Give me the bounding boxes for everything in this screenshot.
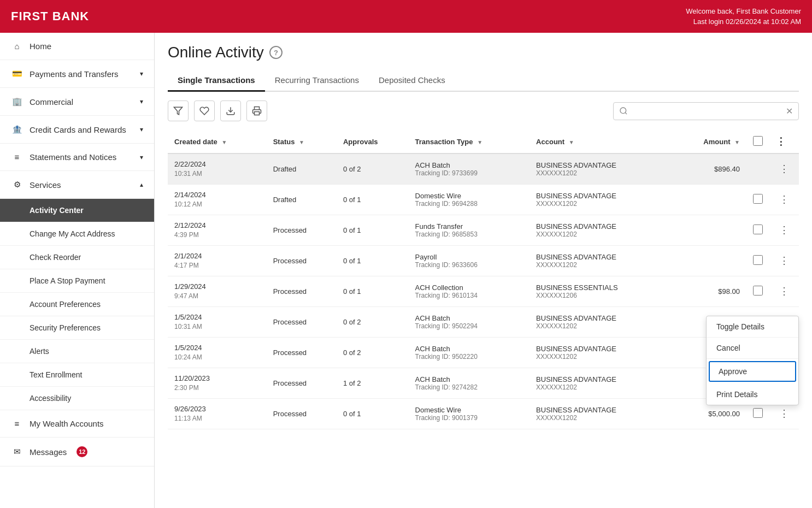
- cell-status-8: Processed: [267, 368, 337, 398]
- cell-checkbox-4[interactable]: [746, 245, 769, 276]
- row-checkbox-5[interactable]: [753, 286, 763, 296]
- svg-marker-0: [174, 107, 183, 115]
- cell-type-9: Domestic Wire Tracking ID: 9001379: [409, 398, 530, 429]
- col-header-created-date[interactable]: Created date ▼: [168, 130, 267, 153]
- filter-button[interactable]: [168, 101, 189, 121]
- cell-checkbox-5[interactable]: [746, 276, 769, 306]
- col-header-checkbox[interactable]: [746, 130, 769, 153]
- credit-card-icon: 🏦: [11, 125, 23, 134]
- cell-date-8: 11/20/2023 2:30 PM: [168, 368, 267, 398]
- table-row: 2/22/2024 10:31 AM Drafted 0 of 2 ACH Ba…: [168, 153, 799, 184]
- sort-arrow-date: ▼: [221, 139, 227, 145]
- col-header-status[interactable]: Status ▼: [267, 130, 337, 153]
- cell-account-7: BUSINESS ADVANTAGE XXXXXX1202: [529, 337, 672, 368]
- row-checkbox-2[interactable]: [753, 194, 763, 204]
- chevron-down-icon: ▾: [140, 70, 143, 78]
- sidebar-item-statements[interactable]: ≡ Statements and Notices ▾: [0, 144, 154, 171]
- sidebar-item-alerts[interactable]: Alerts: [0, 340, 154, 363]
- cell-checkbox-3[interactable]: [746, 215, 769, 245]
- sidebar: ⌂ Home 💳 Payments and Transfers ▾ 🏢 Comm…: [0, 33, 155, 508]
- sidebar-item-wealth[interactable]: ≡ My Wealth Accounts: [0, 410, 154, 438]
- cell-checkbox-1[interactable]: [746, 153, 769, 184]
- help-icon[interactable]: ?: [269, 46, 283, 59]
- tab-single-transactions[interactable]: Single Transactions: [168, 70, 265, 92]
- sidebar-item-stop-payment[interactable]: Place A Stop Payment: [0, 269, 154, 293]
- cell-actions-3[interactable]: ⋮: [769, 215, 799, 245]
- cell-actions-2[interactable]: ⋮: [769, 184, 799, 215]
- sort-arrow-status: ▼: [299, 139, 304, 145]
- col-header-transaction-type[interactable]: Transaction Type ▼: [409, 130, 530, 153]
- row-more-icon-3[interactable]: ⋮: [776, 222, 792, 238]
- row-checkbox-3[interactable]: [753, 225, 763, 234]
- table-more-icon[interactable]: ⋮: [776, 136, 786, 147]
- row-more-icon-5[interactable]: ⋮: [776, 283, 792, 299]
- cell-account-8: BUSINESS ADVANTAGE XXXXXX1202: [529, 368, 672, 398]
- cell-account-1: BUSINESS ADVANTAGE XXXXXX1202: [529, 153, 672, 184]
- tab-recurring-transactions[interactable]: Recurring Transactions: [265, 70, 369, 92]
- sidebar-item-services[interactable]: ⚙ Services ▴: [0, 171, 154, 199]
- welcome-message: Welcome back, First Bank Customer Last l…: [686, 6, 801, 27]
- sidebar-item-account-prefs[interactable]: Account Preferences: [0, 293, 154, 316]
- sidebar-item-security-prefs[interactable]: Security Preferences: [0, 316, 154, 340]
- sidebar-item-accessibility[interactable]: Accessibility: [0, 387, 154, 410]
- favorite-button[interactable]: [194, 101, 215, 121]
- cell-type-7: ACH Batch Tracking ID: 9502220: [409, 337, 530, 368]
- main-content: Online Activity ? Single Transactions Re…: [155, 33, 812, 508]
- dropdown-item-cancel[interactable]: Cancel: [707, 338, 798, 359]
- cell-actions-5[interactable]: ⋮: [769, 276, 799, 306]
- cell-type-2: Domestic Wire Tracking ID: 9694288: [409, 184, 530, 215]
- cell-actions-1[interactable]: ⋮: [769, 153, 799, 184]
- search-input[interactable]: [631, 107, 786, 115]
- row-checkbox-4[interactable]: [753, 255, 763, 265]
- tab-bar: Single Transactions Recurring Transactio…: [168, 70, 799, 92]
- row-more-icon-2[interactable]: ⋮: [776, 192, 792, 207]
- chevron-down-icon: ▾: [140, 153, 143, 161]
- table-row: 1/29/2024 9:47 AM Processed 0 of 1 ACH C…: [168, 276, 799, 306]
- body-container: ⌂ Home 💳 Payments and Transfers ▾ 🏢 Comm…: [0, 33, 812, 508]
- cell-approvals-7: 0 of 2: [337, 337, 409, 368]
- chevron-down-icon: ▾: [140, 126, 143, 133]
- sidebar-item-change-address[interactable]: Change My Acct Address: [0, 222, 154, 246]
- cell-account-5: BUSINESS ESSENTIALS XXXXXX1206: [529, 276, 672, 306]
- cell-date-9: 9/26/2023 11:13 AM: [168, 398, 267, 429]
- cell-status-2: Drafted: [267, 184, 337, 215]
- sidebar-item-messages[interactable]: ✉ Messages 12: [0, 438, 154, 466]
- cell-amount-3: [672, 215, 746, 245]
- dropdown-item-print[interactable]: Print Details: [707, 384, 798, 405]
- dropdown-item-toggle-details[interactable]: Toggle Details: [707, 316, 798, 338]
- row-more-icon-1[interactable]: ⋮: [776, 161, 792, 176]
- row-checkbox-9[interactable]: [753, 408, 763, 418]
- cell-account-6: BUSINESS ADVANTAGE XXXXXX1202: [529, 306, 672, 337]
- dropdown-item-approve[interactable]: Approve: [709, 361, 796, 382]
- tab-deposited-checks[interactable]: Deposited Checks: [369, 70, 455, 92]
- sidebar-item-commercial[interactable]: 🏢 Commercial ▾: [0, 88, 154, 116]
- cell-account-9: BUSINESS ADVANTAGE XXXXXX1202: [529, 398, 672, 429]
- print-button[interactable]: [246, 101, 267, 121]
- cell-checkbox-2[interactable]: [746, 184, 769, 215]
- download-button[interactable]: [220, 101, 241, 121]
- sidebar-item-activity-center[interactable]: Activity Center: [0, 199, 154, 222]
- sidebar-item-payments[interactable]: 💳 Payments and Transfers ▾: [0, 60, 154, 88]
- cell-date-3: 2/12/2024 4:39 PM: [168, 215, 267, 245]
- messages-badge: 12: [77, 446, 87, 457]
- sidebar-item-check-reorder[interactable]: Check Reorder: [0, 246, 154, 269]
- row-more-icon-4[interactable]: ⋮: [776, 253, 792, 268]
- chevron-down-icon: ▾: [140, 98, 143, 105]
- sidebar-item-home[interactable]: ⌂ Home: [0, 33, 154, 60]
- select-all-checkbox[interactable]: [753, 136, 763, 146]
- table-row: 11/20/2023 2:30 PM Processed 1 of 2 ACH …: [168, 368, 799, 398]
- col-header-account[interactable]: Account ▼: [529, 130, 672, 153]
- search-clear-icon[interactable]: ✕: [786, 106, 793, 116]
- page-title-row: Online Activity ?: [168, 44, 799, 61]
- cell-account-3: BUSINESS ADVANTAGE XXXXXX1202: [529, 215, 672, 245]
- cell-status-1: Drafted: [267, 153, 337, 184]
- row-more-icon-9[interactable]: ⋮: [776, 406, 792, 421]
- col-header-amount[interactable]: Amount ▼: [672, 130, 746, 153]
- cell-actions-4[interactable]: ⋮: [769, 245, 799, 276]
- cell-amount-1: $896.40: [672, 153, 746, 184]
- table-row: 2/14/2024 10:12 AM Drafted 0 of 1 Domest…: [168, 184, 799, 215]
- table-header-row: Created date ▼ Status ▼ Approvals Transa…: [168, 130, 799, 153]
- sidebar-item-text-enrollment[interactable]: Text Enrollment: [0, 363, 154, 387]
- sidebar-item-credit-cards[interactable]: 🏦 Credit Cards and Rewards ▾: [0, 116, 154, 144]
- toolbar: ✕: [168, 101, 799, 121]
